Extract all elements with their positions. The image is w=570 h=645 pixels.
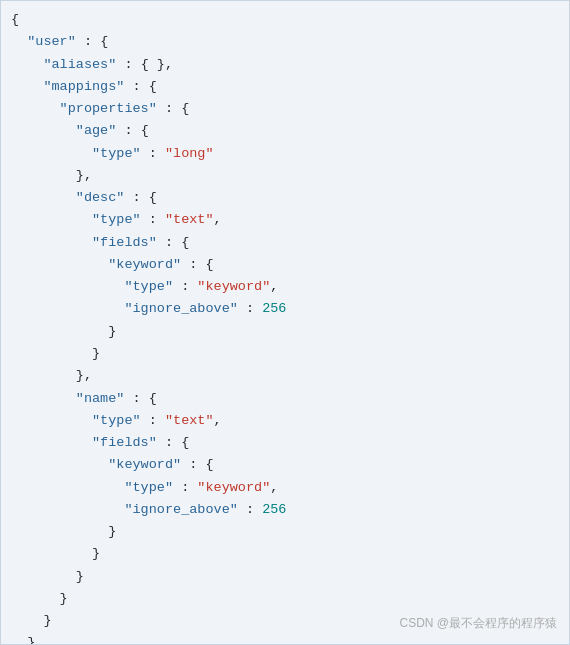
code-line: "fields" : {	[11, 232, 569, 254]
code-line: "type" : "long"	[11, 143, 569, 165]
code-line: "type" : "text",	[11, 209, 569, 231]
code-line: }	[11, 521, 569, 543]
code-line: "type" : "keyword",	[11, 477, 569, 499]
code-line: "mappings" : {	[11, 76, 569, 98]
code-line: "keyword" : {	[11, 454, 569, 476]
code-line: "age" : {	[11, 120, 569, 142]
code-line: "aliases" : { },	[11, 54, 569, 76]
code-block: { "user" : { "aliases" : { }, "mappings"…	[11, 9, 569, 645]
code-line: "properties" : {	[11, 98, 569, 120]
watermark: CSDN @最不会程序的程序猿	[399, 615, 557, 632]
code-line: }	[11, 543, 569, 565]
code-line: "keyword" : {	[11, 254, 569, 276]
code-line: "fields" : {	[11, 432, 569, 454]
code-line: }	[11, 343, 569, 365]
code-line: },	[11, 365, 569, 387]
code-line: }	[11, 566, 569, 588]
code-line: "type" : "text",	[11, 410, 569, 432]
code-line: "type" : "keyword",	[11, 276, 569, 298]
code-line: "ignore_above" : 256	[11, 499, 569, 521]
code-line: }	[11, 588, 569, 610]
code-line: "ignore_above" : 256	[11, 298, 569, 320]
code-line: "desc" : {	[11, 187, 569, 209]
code-line: }	[11, 321, 569, 343]
code-line: },	[11, 165, 569, 187]
code-line: "user" : {	[11, 31, 569, 53]
code-line: },	[11, 632, 569, 645]
code-line: "name" : {	[11, 388, 569, 410]
code-line: {	[11, 9, 569, 31]
code-container: { "user" : { "aliases" : { }, "mappings"…	[0, 0, 570, 645]
